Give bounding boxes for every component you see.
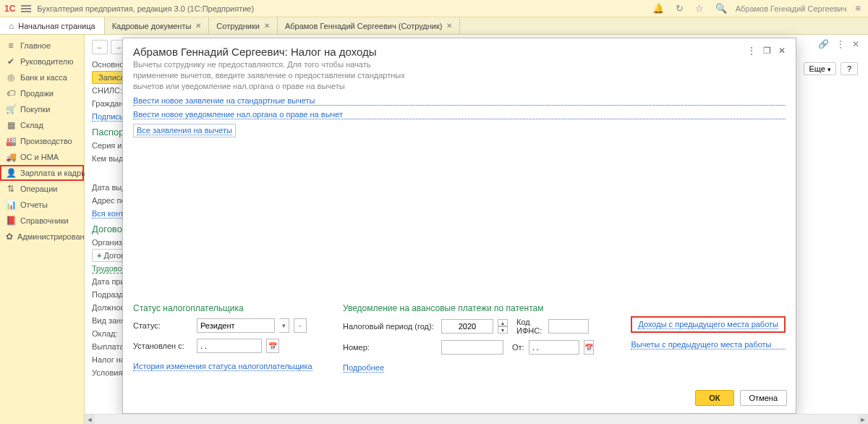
list-icon: ≡ xyxy=(6,41,16,51)
year-down-button[interactable]: ▼ xyxy=(498,326,508,334)
sidebar-item-label: ОС и НМА xyxy=(20,153,59,161)
sidebar-item-label: Продажи xyxy=(20,89,54,98)
sidebar-item-bank[interactable]: ◎Банк и касса xyxy=(0,69,84,85)
swap-icon: ⇅ xyxy=(6,184,16,194)
sidebar-item-label: Банк и касса xyxy=(20,73,67,82)
content-area: 🔗 ⋮ ✕ Еще ▾ ? ← → Основно Записат СНИЛС:… xyxy=(85,35,868,424)
sidebar-item-production[interactable]: 🏭Производство xyxy=(0,133,84,149)
details-link[interactable]: Подробнее xyxy=(343,363,384,373)
scroll-right-icon[interactable]: ► xyxy=(858,415,868,424)
section-advance-notice: Уведомление на авансовые платежи по пате… xyxy=(343,303,589,313)
sidebar-item-label: Справочники xyxy=(20,216,69,225)
sidebar-item-label: Склад xyxy=(20,121,43,130)
dialog-title: Абрамов Геннадий Сергеевич: Налог на дох… xyxy=(133,46,747,58)
sidebar-item-label: Производство xyxy=(20,137,72,145)
label-ifns: Код ИФНС: xyxy=(516,318,544,335)
sidebar-item-label: Главное xyxy=(20,41,51,50)
titlebar: 1C Бухгалтерия предприятия, редакция 3.0… xyxy=(0,0,868,17)
history-icon[interactable]: ↻ xyxy=(673,3,686,14)
label-set-from: Установлен с: xyxy=(133,342,192,350)
tab-hr-documents[interactable]: Кадровые документы ✕ xyxy=(105,17,210,34)
section-taxpayer-status: Статус налогоплательщика xyxy=(133,303,321,313)
sidebar-item-label: Отчеты xyxy=(20,200,48,209)
sidebar-item-label: Операции xyxy=(20,185,57,193)
book-icon: 📕 xyxy=(6,216,16,226)
cancel-button[interactable]: Отмена xyxy=(740,390,787,406)
chevron-down-icon[interactable]: ▾ xyxy=(279,318,289,333)
all-deduction-requests-link[interactable]: Все заявления на вычеты xyxy=(137,126,232,135)
tab-home-label: Начальная страница xyxy=(18,22,95,30)
app-title: Бухгалтерия предприятия, редакция 3.0 (1… xyxy=(37,4,254,13)
user-menu-icon[interactable]: ≡ xyxy=(852,3,864,14)
sidebar-item-operations[interactable]: ⇅Операции xyxy=(0,181,84,197)
main-sidebar: ≡Главное ✔Руководителю ◎Банк и касса 🏷Пр… xyxy=(0,35,85,424)
horizontal-scrollbar[interactable]: ◄ ► xyxy=(85,414,868,424)
tab-label: Абрамов Геннадий Сергеевич (Сотрудник) xyxy=(285,22,443,30)
status-select[interactable] xyxy=(197,318,275,333)
close-icon[interactable]: ✕ xyxy=(264,22,270,30)
current-user[interactable]: Абрамов Геннадий Сергеевич xyxy=(736,4,847,13)
number-input[interactable] xyxy=(441,340,503,355)
open-ref-icon[interactable]: ▫ xyxy=(294,318,307,333)
window-icon[interactable]: ❐ xyxy=(763,46,771,56)
check-icon: ✔ xyxy=(6,56,16,67)
tag-icon: 🏷 xyxy=(6,88,16,98)
calendar-icon[interactable]: 📅 xyxy=(584,340,594,355)
status-history-link[interactable]: История изменения статуса налогоплательщ… xyxy=(133,362,312,371)
set-from-date[interactable] xyxy=(197,339,262,353)
year-up-button[interactable]: ▲ xyxy=(498,319,508,326)
sidebar-item-assets[interactable]: 🚚ОС и НМА xyxy=(0,149,84,165)
sidebar-item-purchases[interactable]: 🛒Покупки xyxy=(0,101,84,117)
label-from-date: От: xyxy=(512,343,524,352)
grid-icon: ▦ xyxy=(6,120,16,130)
sidebar-item-manager[interactable]: ✔Руководителю xyxy=(0,54,84,69)
from-date-input[interactable] xyxy=(529,340,579,355)
income-tax-dialog: Абрамов Геннадий Сергеевич: Налог на дох… xyxy=(122,38,796,414)
menu-icon[interactable] xyxy=(21,5,31,12)
document-tabs: ⌂ Начальная страница Кадровые документы … xyxy=(0,17,868,35)
tab-employee-card[interactable]: Абрамов Геннадий Сергеевич (Сотрудник) ✕ xyxy=(278,17,461,34)
person-icon: 👤 xyxy=(6,168,16,178)
tab-home[interactable]: ⌂ Начальная страница xyxy=(0,17,105,34)
new-standard-deduction-link[interactable]: Ввести новое заявление на стандартные вы… xyxy=(133,96,786,106)
gear-icon: ✿ xyxy=(6,232,13,242)
sidebar-item-label: Покупки xyxy=(20,105,50,114)
sidebar-item-label: Руководителю xyxy=(20,57,73,66)
search-icon[interactable]: 🔍 xyxy=(712,3,730,14)
close-icon[interactable]: ✕ xyxy=(446,22,452,30)
sidebar-item-catalogs[interactable]: 📕Справочники xyxy=(0,213,84,229)
calendar-icon[interactable]: 📅 xyxy=(266,339,279,353)
sidebar-item-label: Зарплата и кадры xyxy=(20,169,87,177)
sidebar-item-admin[interactable]: ✿Администрирование xyxy=(0,229,84,245)
close-icon[interactable]: ✕ xyxy=(195,22,201,30)
bell-icon[interactable]: 🔔 xyxy=(650,3,667,14)
sidebar-item-warehouse[interactable]: ▦Склад xyxy=(0,117,84,133)
sidebar-item-sales[interactable]: 🏷Продажи xyxy=(0,85,84,101)
kebab-icon[interactable]: ⋮ xyxy=(747,46,756,56)
cart-icon: 🛒 xyxy=(6,104,16,114)
star-icon[interactable]: ☆ xyxy=(692,3,707,14)
coin-icon: ◎ xyxy=(6,72,16,82)
nav-back-button[interactable]: ← xyxy=(92,40,108,54)
factory-icon: 🏭 xyxy=(6,136,16,146)
ifns-input[interactable] xyxy=(548,319,589,334)
prev-deductions-link[interactable]: Вычеты с предыдущего места работы xyxy=(631,340,786,349)
tab-label: Кадровые документы xyxy=(112,22,192,30)
signature-link[interactable]: Подпись xyxy=(92,112,124,122)
close-icon[interactable]: ✕ xyxy=(778,46,786,56)
home-icon: ⌂ xyxy=(9,21,14,31)
chart-icon: 📊 xyxy=(6,200,16,210)
tax-year-input[interactable] xyxy=(441,319,493,334)
ok-button[interactable]: ОК xyxy=(695,390,733,406)
sidebar-item-label: Администрирование xyxy=(17,232,93,241)
sidebar-item-salary-hr[interactable]: 👤Зарплата и кадры xyxy=(0,165,84,181)
tab-employees[interactable]: Сотрудники ✕ xyxy=(209,17,278,34)
new-tax-notice-link[interactable]: Ввести новое уведомление нал.органа о пр… xyxy=(133,110,786,119)
prev-income-link[interactable]: Доходы с предыдущего места работы xyxy=(638,320,778,329)
dialog-subtitle: Вычеты сотруднику не предоставляются. Дл… xyxy=(123,59,427,96)
truck-icon: 🚚 xyxy=(6,152,16,162)
sidebar-item-main[interactable]: ≡Главное xyxy=(0,38,84,54)
sidebar-item-reports[interactable]: 📊Отчеты xyxy=(0,197,84,213)
label-number: Номер: xyxy=(343,343,437,352)
scroll-left-icon[interactable]: ◄ xyxy=(85,415,95,424)
